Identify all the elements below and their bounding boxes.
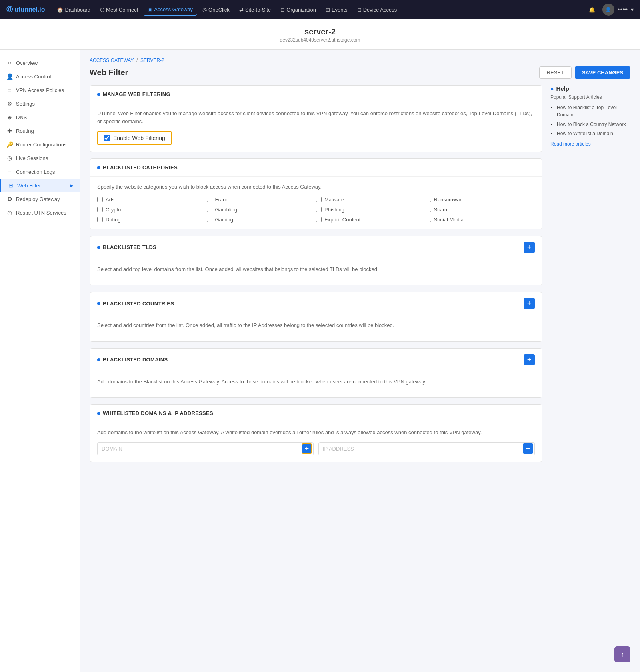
notification-icon[interactable]: 🔔 (585, 4, 599, 15)
category-gambling-checkbox[interactable] (207, 207, 212, 212)
section-dot (97, 358, 100, 361)
nav-device-access[interactable]: ⊟ Device Access (353, 4, 401, 15)
sidebar-item-dns[interactable]: ⊕ DNS (0, 110, 80, 124)
user-avatar[interactable]: 👤 (602, 4, 614, 16)
router-configs-icon: 🔑 (6, 141, 13, 148)
user-menu-chevron[interactable]: ▾ (631, 6, 634, 13)
section-dot (97, 246, 100, 249)
domain-input[interactable] (97, 442, 314, 455)
category-explicit-checkbox[interactable] (316, 217, 322, 222)
blacklisted-countries-desc: Select and add countries from the list. … (97, 321, 535, 329)
nav-events[interactable]: ⊞ Events (322, 4, 352, 15)
category-social-media[interactable]: Social Media (426, 217, 535, 223)
nav-oneclick[interactable]: ◎ OneClick (198, 4, 234, 15)
add-tld-button[interactable]: + (524, 242, 535, 253)
category-ads-checkbox[interactable] (97, 197, 103, 202)
whitelisted-domains-desc: Add domains to the whitelist on this Acc… (97, 429, 535, 437)
category-scam-label: Scam (434, 207, 447, 213)
nav-dashboard[interactable]: 🏠 Dashboard (53, 4, 94, 15)
add-domain-button[interactable]: + (524, 354, 535, 365)
category-crypto-checkbox[interactable] (97, 207, 103, 212)
category-malware-checkbox[interactable] (316, 197, 322, 202)
category-malware[interactable]: Malware (316, 197, 426, 203)
category-explicit-content[interactable]: Explicit Content (316, 217, 426, 223)
sidebar-item-router-configurations[interactable]: 🔑 Router Configurations (0, 138, 80, 151)
reset-button[interactable]: RESET (539, 66, 572, 79)
section-dot (97, 302, 100, 305)
enable-web-filtering-label: Enable Web Filtering (113, 135, 165, 141)
category-phishing-checkbox[interactable] (316, 207, 322, 212)
nav-access-gateway[interactable]: ▣ Access Gateway (144, 4, 197, 16)
category-malware-label: Malware (324, 197, 344, 203)
server-subtitle: dev232sub4049server2.utnstage.com (0, 37, 640, 43)
category-gambling[interactable]: Gambling (207, 207, 316, 213)
category-fraud-checkbox[interactable] (207, 197, 212, 202)
category-ransomware-label: Ransomware (434, 197, 465, 203)
category-fraud[interactable]: Fraud (207, 197, 316, 203)
category-crypto-label: Crypto (106, 207, 121, 213)
nav-meshconnect[interactable]: ⬡ MeshConnect (96, 4, 142, 15)
scroll-to-top-button[interactable]: ↑ (614, 646, 630, 662)
ip-address-input-wrap: + (318, 442, 535, 455)
blacklisted-domains-desc: Add domains to the Blacklist on this Acc… (97, 378, 535, 386)
sidebar-item-restart-utn[interactable]: ◷ Restart UTN Services (0, 206, 80, 219)
page-title: Web Filter (90, 68, 128, 77)
routing-icon: ✚ (6, 128, 13, 134)
whitelisted-domains-section: WHITELISTED DOMAINS & IP ADDRESSES Add d… (90, 404, 542, 462)
add-domain-whitelist-button[interactable]: + (302, 443, 312, 454)
category-explicit-label: Explicit Content (324, 217, 360, 223)
add-ip-button[interactable]: + (523, 443, 533, 454)
help-article-3-link[interactable]: How to Whitelist a Domain (557, 131, 613, 136)
sidebar-item-overview[interactable]: ○ Overview (0, 56, 80, 70)
enable-web-filtering-row[interactable]: Enable Web Filtering (97, 131, 172, 145)
blacklisted-categories-body: Specify the website categories you wish … (90, 177, 542, 229)
sidebar-item-access-control[interactable]: 👤 Access Control (0, 70, 80, 83)
category-social-media-label: Social Media (434, 217, 464, 223)
manage-web-filtering-header: MANAGE WEB FILTERING (90, 86, 542, 103)
web-filter-icon: ⊟ (8, 182, 14, 189)
nav-organization[interactable]: ⊟ Organization (276, 4, 320, 15)
app-logo[interactable]: ⓖ utunnel.io (6, 6, 45, 14)
topnav: ⓖ utunnel.io 🏠 Dashboard ⬡ MeshConnect ▣… (0, 0, 640, 19)
sidebar-item-redeploy-gateway[interactable]: ⚙ Redeploy Gateway (0, 192, 80, 206)
enable-web-filtering-checkbox[interactable] (104, 135, 110, 141)
read-more-link[interactable]: Read more articles (550, 141, 630, 147)
blacklisted-categories-desc: Specify the website categories you wish … (97, 183, 535, 191)
sidebar-item-connection-logs[interactable]: ≡ Connection Logs (0, 165, 80, 179)
help-article-2-link[interactable]: How to Block a Country Network (557, 122, 626, 127)
blacklisted-countries-body: Select and add countries from the list. … (90, 315, 542, 341)
category-scam[interactable]: Scam (426, 207, 535, 213)
nav-site-to-site[interactable]: ⇄ Site-to-Site (235, 4, 275, 15)
save-changes-button[interactable]: SAVE CHANGES (575, 66, 630, 79)
layout: ○ Overview 👤 Access Control ≡ VPN Access… (0, 50, 640, 672)
category-crypto[interactable]: Crypto (97, 207, 207, 213)
category-social-media-checkbox[interactable] (426, 217, 431, 222)
category-gaming[interactable]: Gaming (207, 217, 316, 223)
help-article-1: How to Blacklist a Top-Level Domain (557, 104, 630, 118)
page-header: server-2 dev232sub4049server2.utnstage.c… (0, 19, 640, 50)
section-dot (97, 412, 100, 415)
blacklisted-tlds-body: Select and add top level domains from th… (90, 259, 542, 285)
sidebar-item-routing[interactable]: ✚ Routing (0, 124, 80, 138)
help-article-1-link[interactable]: How to Blacklist a Top-Level Domain (557, 105, 617, 118)
sidebar: ○ Overview 👤 Access Control ≡ VPN Access… (0, 50, 80, 672)
add-country-button[interactable]: + (524, 298, 535, 309)
sidebar-item-vpn-access-policies[interactable]: ≡ VPN Access Policies (0, 83, 80, 97)
category-ransomware[interactable]: Ransomware (426, 197, 535, 203)
category-phishing[interactable]: Phishing (316, 207, 426, 213)
sidebar-item-settings[interactable]: ⚙ Settings (0, 97, 80, 110)
category-scam-checkbox[interactable] (426, 207, 431, 212)
user-label[interactable]: •••••• (618, 7, 628, 12)
sidebar-item-web-filter[interactable]: ⊟ Web Filter ▶ (0, 179, 80, 192)
category-dating[interactable]: Dating (97, 217, 207, 223)
category-ransomware-checkbox[interactable] (426, 197, 431, 202)
blacklisted-categories-header: BLACKLISTED CATEGORIES (90, 159, 542, 177)
sidebar-item-live-sessions[interactable]: ◷ Live Sessions (0, 151, 80, 165)
ip-address-input[interactable] (318, 442, 535, 455)
access-control-icon: 👤 (6, 73, 13, 80)
category-dating-checkbox[interactable] (97, 217, 103, 222)
category-ads[interactable]: Ads (97, 197, 207, 203)
redeploy-icon: ⚙ (6, 196, 13, 202)
whitelisted-domains-header: WHITELISTED DOMAINS & IP ADDRESSES (90, 405, 542, 422)
category-gaming-checkbox[interactable] (207, 217, 212, 222)
